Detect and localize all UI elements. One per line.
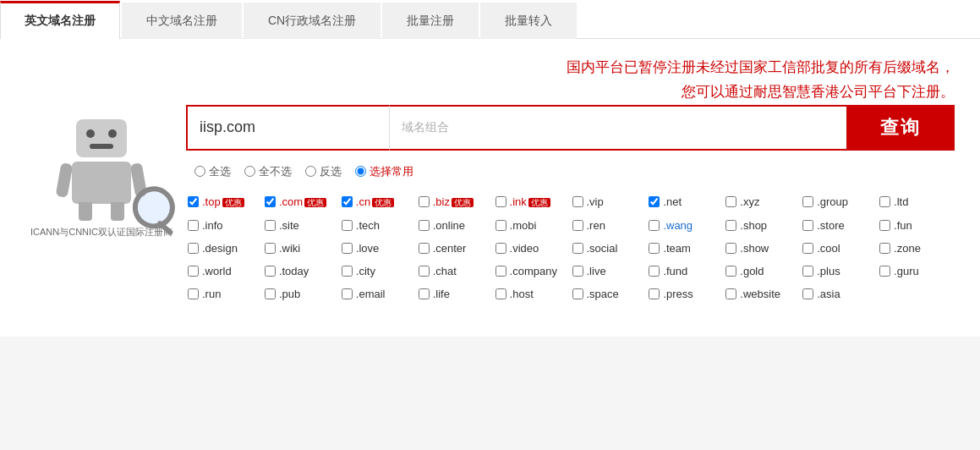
domain-checkbox-show[interactable]	[725, 243, 736, 254]
domain-checkbox-vip[interactable]	[572, 196, 583, 207]
domain-label-shop: .shop	[740, 219, 767, 232]
domain-checkbox-plus[interactable]	[802, 266, 813, 277]
domain-checkbox-net[interactable]	[649, 196, 660, 207]
search-combo-label: 域名组合	[402, 120, 449, 135]
domain-label-center: .center	[433, 242, 467, 255]
domain-checkbox-top[interactable]	[188, 196, 199, 207]
radio-common-label: 选择常用	[370, 164, 413, 179]
domain-checkbox-wang[interactable]	[649, 220, 660, 231]
domain-checkbox-shop[interactable]	[725, 220, 736, 231]
domain-checkbox-ink[interactable]	[495, 196, 506, 207]
domain-checkbox-group[interactable]	[802, 196, 813, 207]
domain-checkbox-online[interactable]	[419, 220, 430, 231]
domain-label-top: .top优惠	[202, 195, 244, 209]
radio-all-label: 全选	[209, 164, 231, 179]
domain-item-asia: .asia	[801, 285, 878, 303]
tab-cn-admin-domain[interactable]: CN行政域名注册	[244, 3, 381, 39]
domain-label-site: .site	[279, 219, 299, 232]
domain-checkbox-wiki[interactable]	[265, 243, 276, 254]
tab-en-domain[interactable]: 英文域名注册	[0, 1, 120, 39]
domain-checkbox-asia[interactable]	[802, 288, 813, 299]
domain-item-city: .city	[340, 262, 417, 280]
robot-body	[72, 162, 131, 204]
domain-checkbox-info[interactable]	[188, 220, 199, 231]
domain-checkbox-website[interactable]	[725, 288, 736, 299]
domain-checkbox-today[interactable]	[265, 266, 276, 277]
domain-checkbox-space[interactable]	[572, 288, 583, 299]
domains-grid: .top优惠.com优惠.cn优惠.biz优惠.ink优惠.vip.net.xy…	[186, 193, 955, 303]
domain-checkbox-zone[interactable]	[879, 243, 890, 254]
domain-checkbox-host[interactable]	[495, 288, 506, 299]
domain-checkbox-video[interactable]	[495, 243, 506, 254]
robot-arm-right	[130, 162, 148, 198]
domain-checkbox-fun[interactable]	[879, 220, 890, 231]
robot-head	[76, 119, 127, 157]
domain-checkbox-social[interactable]	[572, 243, 583, 254]
search-input[interactable]	[186, 105, 389, 151]
domain-checkbox-ltd[interactable]	[879, 196, 890, 207]
domain-label-biz: .biz优惠	[433, 195, 474, 209]
tab-batch-transfer[interactable]: 批量转入	[480, 3, 577, 39]
domain-checkbox-xyz[interactable]	[725, 196, 736, 207]
domain-checkbox-run[interactable]	[188, 288, 199, 299]
domain-checkbox-email[interactable]	[342, 288, 353, 299]
domain-label-space: .space	[587, 288, 619, 300]
domain-label-life: .life	[433, 288, 450, 300]
domain-checkbox-store[interactable]	[802, 220, 813, 231]
domain-checkbox-tech[interactable]	[342, 220, 353, 231]
domain-checkbox-fund[interactable]	[649, 266, 660, 277]
domain-item-company: .company	[494, 262, 571, 280]
domain-checkbox-com[interactable]	[265, 196, 276, 207]
domain-item-today: .today	[263, 262, 340, 280]
domain-item-site: .site	[263, 217, 340, 234]
search-row: 域名组合 查询	[186, 105, 955, 151]
domain-checkbox-cn[interactable]	[342, 196, 353, 207]
tab-batch-register[interactable]: 批量注册	[382, 3, 479, 39]
tab-cn-domain[interactable]: 中文域名注册	[122, 3, 242, 39]
domain-checkbox-live[interactable]	[572, 266, 583, 277]
domain-item-live: .live	[571, 262, 648, 280]
domain-checkbox-design[interactable]	[188, 243, 199, 254]
domain-label-plus: .plus	[817, 265, 840, 277]
domain-checkbox-world[interactable]	[188, 266, 199, 277]
domain-checkbox-press[interactable]	[649, 288, 660, 299]
radio-reverse[interactable]: 反选	[305, 164, 342, 179]
radio-all[interactable]: 全选	[194, 164, 231, 179]
domain-item-group: .group	[801, 193, 878, 211]
domain-item-info: .info	[186, 217, 263, 234]
search-button[interactable]: 查询	[846, 105, 955, 151]
radio-none[interactable]: 全不选	[244, 164, 292, 179]
domain-checkbox-center[interactable]	[419, 243, 430, 254]
domain-checkbox-pub[interactable]	[265, 288, 276, 299]
domain-label-wang: .wang	[663, 219, 693, 232]
badge-hui: 优惠	[528, 198, 550, 207]
domain-item-center: .center	[417, 239, 494, 257]
domain-checkbox-biz[interactable]	[419, 196, 430, 207]
domain-item-video: .video	[494, 239, 571, 257]
radio-common[interactable]: 选择常用	[355, 164, 413, 179]
domain-checkbox-mobi[interactable]	[495, 220, 506, 231]
domain-item-press: .press	[647, 285, 724, 303]
domain-label-cn: .cn优惠	[356, 195, 394, 209]
tabs-bar: 英文域名注册中文域名注册CN行政域名注册批量注册批量转入	[0, 0, 980, 39]
domain-checkbox-gold[interactable]	[725, 266, 736, 277]
badge-hui: 优惠	[304, 198, 326, 207]
domain-label-chat: .chat	[433, 265, 457, 277]
domain-checkbox-love[interactable]	[342, 243, 353, 254]
domain-checkbox-site[interactable]	[265, 220, 276, 231]
notice-line2: 您可以通过耐思智慧香港公司平台下注册。	[682, 84, 955, 100]
domain-checkbox-team[interactable]	[649, 243, 660, 254]
domain-checkbox-guru[interactable]	[879, 266, 890, 277]
domain-label-cool: .cool	[817, 242, 840, 255]
domain-checkbox-company[interactable]	[495, 266, 506, 277]
domain-checkbox-chat[interactable]	[419, 266, 430, 277]
domain-label-love: .love	[356, 242, 379, 255]
domain-checkbox-life[interactable]	[419, 288, 430, 299]
domain-label-tech: .tech	[356, 219, 380, 232]
domain-label-press: .press	[663, 288, 693, 300]
domain-label-wiki: .wiki	[279, 242, 300, 255]
domain-checkbox-cool[interactable]	[802, 243, 813, 254]
domain-checkbox-ren[interactable]	[572, 220, 583, 231]
domain-item-website: .website	[724, 285, 801, 303]
domain-checkbox-city[interactable]	[342, 266, 353, 277]
